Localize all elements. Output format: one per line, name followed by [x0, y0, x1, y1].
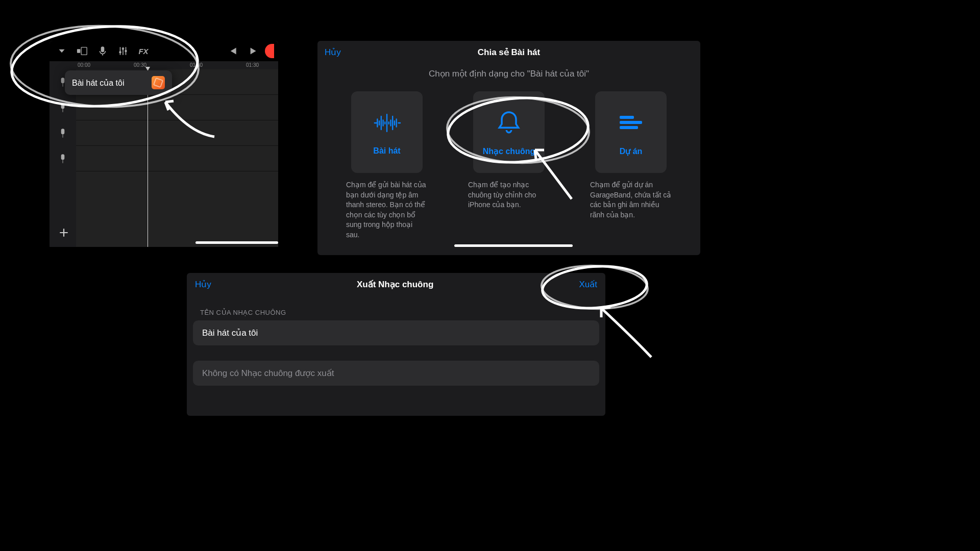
ruler-mark: 01:30	[246, 62, 259, 68]
garageband-app-icon	[152, 76, 165, 89]
share-card-project-tile[interactable]: Dự án	[595, 91, 667, 173]
svg-rect-7	[61, 103, 65, 109]
garageband-editor-panel: FX 00:00 00:30 01:00 01:30	[50, 41, 278, 247]
exported-ringtones-list: Không có Nhạc chuông được xuất	[193, 361, 599, 386]
editor-toolbar: FX	[50, 41, 278, 61]
share-card-song: Bài hát Chạm để gửi bài hát của bạn dưới…	[346, 91, 428, 240]
tracks-view-icon[interactable]	[74, 43, 90, 59]
add-track-button[interactable]	[55, 223, 73, 242]
share-cards-row: Bài hát Chạm để gửi bài hát của bạn dưới…	[317, 79, 700, 240]
rewind-icon[interactable]	[224, 43, 240, 59]
share-card-project: Dự án Chạm để gửi dự án GarageBand, chứa…	[590, 91, 672, 240]
waveform-icon	[373, 109, 401, 137]
ringtone-name-label: TÊN CỦA NHẠC CHUÔNG	[200, 309, 592, 316]
track-row[interactable]	[76, 146, 278, 171]
home-indicator	[454, 244, 573, 247]
svg-point-5	[125, 50, 127, 52]
track-area[interactable]	[76, 69, 278, 247]
svg-rect-9	[61, 154, 65, 160]
svg-rect-6	[61, 78, 65, 83]
ruler-mark: 00:00	[78, 62, 90, 68]
svg-rect-1	[81, 47, 87, 55]
svg-rect-2	[101, 46, 105, 52]
microphone-icon[interactable]	[94, 43, 111, 59]
svg-rect-11	[620, 121, 642, 124]
record-button[interactable]	[265, 44, 274, 58]
share-subtitle: Chọn một định dạng cho "Bài hát của tôi"	[317, 68, 700, 79]
share-card-ringtone-tile[interactable]: Nhạc chuông	[473, 91, 545, 173]
cancel-button[interactable]: Hủy	[195, 279, 211, 290]
svg-point-3	[119, 51, 121, 53]
svg-rect-8	[61, 129, 65, 134]
track-row[interactable]	[76, 95, 278, 120]
track-sidebar	[50, 69, 76, 247]
export-ringtone-panel: Hủy Xuất Nhạc chuông Xuất TÊN CỦA NHẠC C…	[187, 273, 605, 416]
share-card-song-tile[interactable]: Bài hát	[351, 91, 423, 173]
card-desc: Chạm để gửi bài hát của bạn dưới dạng tệ…	[346, 180, 428, 240]
card-label: Bài hát	[373, 146, 400, 156]
playhead[interactable]	[148, 69, 148, 247]
bell-icon	[495, 109, 523, 137]
svg-point-4	[122, 47, 124, 49]
ringtone-name-field[interactable]: Bài hát của tôi	[193, 320, 599, 345]
home-indicator	[195, 241, 278, 244]
svg-rect-0	[77, 49, 80, 53]
tracks-stack-icon	[617, 109, 645, 137]
track-dropdown-icon[interactable]	[54, 43, 70, 59]
svg-rect-10	[620, 116, 634, 119]
tracks-container	[50, 69, 278, 247]
track-head-mic-icon[interactable]	[50, 146, 76, 171]
share-title: Chia sẻ Bài hát	[478, 47, 540, 58]
song-title-label: Bài hát của tôi	[72, 78, 125, 88]
cancel-button[interactable]: Hủy	[325, 47, 341, 58]
track-head-mic-icon[interactable]	[50, 120, 76, 146]
export-button[interactable]: Xuất	[579, 279, 597, 290]
share-song-panel: Hủy Chia sẻ Bài hát Chọn một định dạng c…	[317, 41, 700, 255]
play-icon[interactable]	[244, 43, 261, 59]
export-title: Xuất Nhạc chuông	[357, 279, 433, 290]
share-card-ringtone: Nhạc chuông Chạm để tạo nhạc chuông tùy …	[468, 91, 550, 240]
ruler-mark: 00:30	[134, 62, 146, 68]
card-desc: Chạm để tạo nhạc chuông tùy chỉnh cho iP…	[468, 180, 550, 210]
song-title-popup[interactable]: Bài hát của tôi	[65, 70, 172, 95]
mixer-controls-icon[interactable]	[115, 43, 131, 59]
share-header: Hủy Chia sẻ Bài hát	[317, 41, 700, 63]
ruler-mark: 01:00	[190, 62, 203, 68]
card-label: Nhạc chuông	[483, 146, 535, 156]
timeline-ruler[interactable]: 00:00 00:30 01:00 01:30	[50, 61, 278, 69]
export-header: Hủy Xuất Nhạc chuông Xuất	[187, 273, 605, 295]
svg-rect-12	[620, 126, 638, 129]
fx-button[interactable]: FX	[135, 43, 152, 59]
card-desc: Chạm để gửi dự án GarageBand, chứa tất c…	[590, 180, 672, 220]
track-row[interactable]	[76, 120, 278, 146]
card-label: Dự án	[620, 146, 643, 156]
track-head-mic-icon[interactable]	[50, 95, 76, 120]
